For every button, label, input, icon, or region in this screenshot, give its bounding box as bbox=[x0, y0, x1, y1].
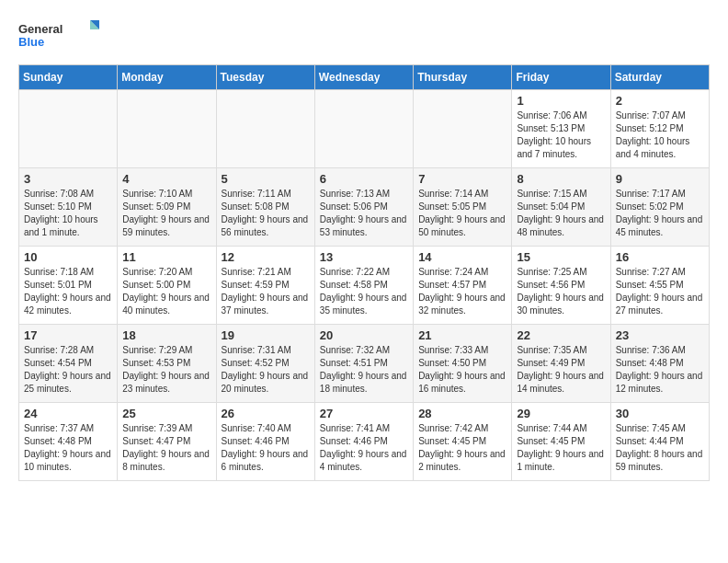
day-info: Sunrise: 7:17 AM Sunset: 5:02 PM Dayligh… bbox=[616, 188, 704, 239]
day-info: Sunrise: 7:22 AM Sunset: 4:58 PM Dayligh… bbox=[320, 266, 408, 317]
day-info: Sunrise: 7:11 AM Sunset: 5:08 PM Dayligh… bbox=[222, 188, 310, 239]
day-info: Sunrise: 7:10 AM Sunset: 5:09 PM Dayligh… bbox=[122, 188, 210, 239]
day-info: Sunrise: 7:39 AM Sunset: 4:47 PM Dayligh… bbox=[122, 422, 210, 474]
calendar-table: SundayMondayTuesdayWednesdayThursdayFrid… bbox=[18, 64, 710, 481]
calendar-cell: 4Sunrise: 7:10 AM Sunset: 5:09 PM Daylig… bbox=[118, 168, 216, 247]
day-number: 16 bbox=[616, 250, 704, 264]
calendar-cell: 22Sunrise: 7:35 AM Sunset: 4:49 PM Dayli… bbox=[512, 325, 610, 403]
day-info: Sunrise: 7:28 AM Sunset: 4:54 PM Dayligh… bbox=[24, 344, 112, 396]
calendar-week-4: 17Sunrise: 7:28 AM Sunset: 4:54 PM Dayli… bbox=[19, 325, 710, 403]
weekday-header-friday: Friday bbox=[512, 65, 610, 90]
day-number: 3 bbox=[24, 172, 112, 186]
day-number: 11 bbox=[122, 250, 210, 264]
calendar-cell bbox=[118, 90, 216, 168]
day-info: Sunrise: 7:41 AM Sunset: 4:46 PM Dayligh… bbox=[320, 422, 408, 474]
calendar-cell: 9Sunrise: 7:17 AM Sunset: 5:02 PM Daylig… bbox=[610, 168, 709, 247]
day-info: Sunrise: 7:14 AM Sunset: 5:05 PM Dayligh… bbox=[418, 188, 506, 239]
day-info: Sunrise: 7:45 AM Sunset: 4:44 PM Dayligh… bbox=[616, 422, 704, 474]
day-number: 7 bbox=[418, 172, 506, 186]
day-info: Sunrise: 7:42 AM Sunset: 4:45 PM Dayligh… bbox=[418, 422, 506, 474]
svg-text:General: General bbox=[18, 22, 63, 36]
weekday-header-tuesday: Tuesday bbox=[216, 65, 314, 90]
calendar-cell: 13Sunrise: 7:22 AM Sunset: 4:58 PM Dayli… bbox=[314, 247, 413, 325]
day-info: Sunrise: 7:06 AM Sunset: 5:13 PM Dayligh… bbox=[517, 109, 605, 161]
calendar-cell: 14Sunrise: 7:24 AM Sunset: 4:57 PM Dayli… bbox=[414, 247, 512, 325]
calendar-week-5: 24Sunrise: 7:37 AM Sunset: 4:48 PM Dayli… bbox=[19, 403, 710, 481]
calendar-cell: 10Sunrise: 7:18 AM Sunset: 5:01 PM Dayli… bbox=[19, 247, 118, 325]
day-number: 19 bbox=[222, 328, 310, 342]
calendar-cell: 16Sunrise: 7:27 AM Sunset: 4:55 PM Dayli… bbox=[610, 247, 709, 325]
calendar-cell bbox=[216, 90, 314, 168]
day-number: 17 bbox=[24, 328, 112, 342]
day-info: Sunrise: 7:44 AM Sunset: 4:45 PM Dayligh… bbox=[517, 422, 605, 474]
calendar-cell: 23Sunrise: 7:36 AM Sunset: 4:48 PM Dayli… bbox=[610, 325, 709, 403]
day-info: Sunrise: 7:13 AM Sunset: 5:06 PM Dayligh… bbox=[320, 188, 408, 239]
calendar-cell: 12Sunrise: 7:21 AM Sunset: 4:59 PM Dayli… bbox=[216, 247, 314, 325]
day-number: 30 bbox=[616, 407, 704, 420]
day-number: 13 bbox=[320, 250, 408, 264]
calendar-cell: 15Sunrise: 7:25 AM Sunset: 4:56 PM Dayli… bbox=[512, 247, 610, 325]
day-info: Sunrise: 7:25 AM Sunset: 4:56 PM Dayligh… bbox=[517, 266, 605, 317]
day-number: 25 bbox=[122, 407, 210, 420]
day-info: Sunrise: 7:21 AM Sunset: 4:59 PM Dayligh… bbox=[222, 266, 310, 317]
day-info: Sunrise: 7:29 AM Sunset: 4:53 PM Dayligh… bbox=[122, 344, 210, 396]
calendar-cell: 8Sunrise: 7:15 AM Sunset: 5:04 PM Daylig… bbox=[512, 168, 610, 247]
day-info: Sunrise: 7:27 AM Sunset: 4:55 PM Dayligh… bbox=[616, 266, 704, 317]
calendar-cell: 28Sunrise: 7:42 AM Sunset: 4:45 PM Dayli… bbox=[414, 403, 512, 481]
calendar-cell: 29Sunrise: 7:44 AM Sunset: 4:45 PM Dayli… bbox=[512, 403, 610, 481]
day-number: 21 bbox=[418, 328, 506, 342]
day-info: Sunrise: 7:40 AM Sunset: 4:46 PM Dayligh… bbox=[222, 422, 310, 474]
calendar-cell: 24Sunrise: 7:37 AM Sunset: 4:48 PM Dayli… bbox=[19, 403, 118, 481]
svg-text:Blue: Blue bbox=[18, 35, 44, 49]
calendar-cell: 21Sunrise: 7:33 AM Sunset: 4:50 PM Dayli… bbox=[414, 325, 512, 403]
day-number: 28 bbox=[418, 407, 506, 420]
day-info: Sunrise: 7:15 AM Sunset: 5:04 PM Dayligh… bbox=[517, 188, 605, 239]
calendar-cell: 11Sunrise: 7:20 AM Sunset: 5:00 PM Dayli… bbox=[118, 247, 216, 325]
calendar-cell: 30Sunrise: 7:45 AM Sunset: 4:44 PM Dayli… bbox=[610, 403, 709, 481]
weekday-header-monday: Monday bbox=[118, 65, 216, 90]
day-info: Sunrise: 7:35 AM Sunset: 4:49 PM Dayligh… bbox=[517, 344, 605, 396]
day-number: 10 bbox=[24, 250, 112, 264]
calendar-cell: 19Sunrise: 7:31 AM Sunset: 4:52 PM Dayli… bbox=[216, 325, 314, 403]
calendar-cell bbox=[414, 90, 512, 168]
day-number: 8 bbox=[517, 172, 605, 186]
day-number: 12 bbox=[222, 250, 310, 264]
day-info: Sunrise: 7:32 AM Sunset: 4:51 PM Dayligh… bbox=[320, 344, 408, 396]
day-number: 5 bbox=[222, 172, 310, 186]
day-info: Sunrise: 7:36 AM Sunset: 4:48 PM Dayligh… bbox=[616, 344, 704, 396]
calendar-cell: 20Sunrise: 7:32 AM Sunset: 4:51 PM Dayli… bbox=[314, 325, 413, 403]
day-info: Sunrise: 7:33 AM Sunset: 4:50 PM Dayligh… bbox=[418, 344, 506, 396]
logo-svg: General Blue bbox=[18, 18, 101, 55]
calendar-cell: 18Sunrise: 7:29 AM Sunset: 4:53 PM Dayli… bbox=[118, 325, 216, 403]
page-header: General Blue bbox=[18, 18, 710, 55]
weekday-header-sunday: Sunday bbox=[19, 65, 118, 90]
day-number: 6 bbox=[320, 172, 408, 186]
day-number: 26 bbox=[222, 407, 310, 420]
day-number: 27 bbox=[320, 407, 408, 420]
day-number: 20 bbox=[320, 328, 408, 342]
calendar-week-1: 1Sunrise: 7:06 AM Sunset: 5:13 PM Daylig… bbox=[19, 90, 710, 168]
day-info: Sunrise: 7:07 AM Sunset: 5:12 PM Dayligh… bbox=[616, 109, 704, 161]
day-info: Sunrise: 7:20 AM Sunset: 5:00 PM Dayligh… bbox=[122, 266, 210, 317]
day-number: 2 bbox=[616, 94, 704, 108]
calendar-cell: 27Sunrise: 7:41 AM Sunset: 4:46 PM Dayli… bbox=[314, 403, 413, 481]
day-number: 23 bbox=[616, 328, 704, 342]
calendar-cell bbox=[19, 90, 118, 168]
calendar-cell: 5Sunrise: 7:11 AM Sunset: 5:08 PM Daylig… bbox=[216, 168, 314, 247]
day-number: 29 bbox=[517, 407, 605, 420]
day-number: 18 bbox=[122, 328, 210, 342]
calendar-cell: 7Sunrise: 7:14 AM Sunset: 5:05 PM Daylig… bbox=[414, 168, 512, 247]
calendar-cell: 26Sunrise: 7:40 AM Sunset: 4:46 PM Dayli… bbox=[216, 403, 314, 481]
weekday-header-wednesday: Wednesday bbox=[314, 65, 413, 90]
calendar-week-2: 3Sunrise: 7:08 AM Sunset: 5:10 PM Daylig… bbox=[19, 168, 710, 247]
day-number: 15 bbox=[517, 250, 605, 264]
day-number: 9 bbox=[616, 172, 704, 186]
logo: General Blue bbox=[18, 18, 101, 55]
day-number: 22 bbox=[517, 328, 605, 342]
day-number: 1 bbox=[517, 94, 605, 108]
calendar-cell: 6Sunrise: 7:13 AM Sunset: 5:06 PM Daylig… bbox=[314, 168, 413, 247]
day-number: 14 bbox=[418, 250, 506, 264]
calendar-cell: 17Sunrise: 7:28 AM Sunset: 4:54 PM Dayli… bbox=[19, 325, 118, 403]
weekday-header-saturday: Saturday bbox=[610, 65, 709, 90]
calendar-cell: 3Sunrise: 7:08 AM Sunset: 5:10 PM Daylig… bbox=[19, 168, 118, 247]
